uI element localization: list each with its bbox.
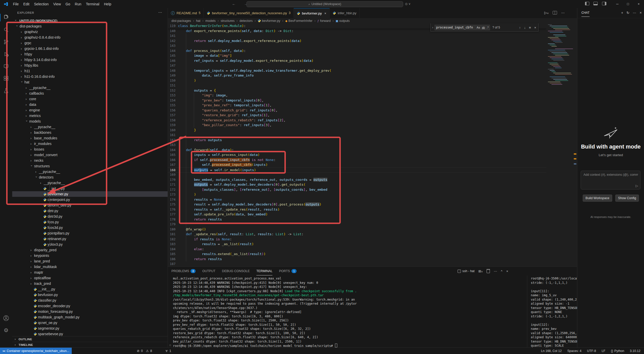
panel-tab-output[interactable]: OUTPUT [202, 267, 215, 275]
tree-folder-backbones[interactable]: ›backbones [12, 130, 168, 135]
status-item-python[interactable]: {}Python [611, 348, 624, 354]
search-icon[interactable] [0, 24, 12, 36]
tab-readme-md[interactable]: iREADME.md5 [168, 8, 204, 18]
tree-folder-grpc[interactable]: ›grpc [12, 40, 168, 46]
tree-folder-h5py-3-14-0-dist-info[interactable]: ›h5py-3.14.0.dist-info [12, 57, 168, 63]
show-config-button[interactable]: Show Config [615, 195, 639, 202]
tree-folder-disparity-pred[interactable]: ›disparity_pred [12, 247, 168, 253]
toggle-sidebar-icon[interactable] [585, 2, 589, 5]
status-item-spaces-4[interactable]: Spaces: 4 [567, 348, 581, 354]
more-actions-icon[interactable]: ⋯ [561, 11, 565, 15]
tree-folder-track-pred[interactable]: ›track_pred [12, 281, 168, 286]
tree-folder-structures[interactable]: ›structures [12, 163, 168, 169]
close-icon[interactable]: × [633, 0, 644, 8]
regex-toggle[interactable]: .* [487, 26, 489, 29]
tree-file-qcnet-oe-py[interactable]: qcnet_oe.py [12, 320, 168, 326]
toggle-replace-icon[interactable]: › [432, 26, 433, 29]
tree-file--init-py[interactable]: __init__.py [12, 286, 168, 292]
menu-terminal[interactable]: Terminal [84, 0, 102, 8]
toggle-secondary-sidebar-icon[interactable] [602, 2, 606, 5]
find-input[interactable]: processed_input_cbfn Aa ab .* [434, 25, 490, 31]
tree-folder-dist-packages[interactable]: ›dist-packages [12, 23, 168, 29]
tree-folder-model-convert[interactable]: ›model_convert [12, 152, 168, 158]
tree-file-segmentor-py[interactable]: segmentor.py [12, 326, 168, 331]
section-timeline[interactable]: ›TIMELINE [12, 342, 168, 347]
status-item-utf-8[interactable]: UTF-8 [587, 348, 596, 354]
tree-folder-base-modules[interactable]: ›base_modules [12, 135, 168, 141]
breadcrumb-item-bevformer-py[interactable]: bevformer.py [258, 19, 280, 23]
tab-infer-hbir-py[interactable]: infer_hbir.py [330, 8, 360, 18]
tree-file-retinanet-py[interactable]: retinanet.py [12, 236, 168, 242]
extensions-icon[interactable] [0, 73, 12, 84]
tree-folder-hat[interactable]: ›hat [12, 79, 168, 85]
tree-file-bevfusion-py[interactable]: bevfusion.py [12, 292, 168, 298]
run-debug-icon[interactable] [0, 48, 12, 60]
tree-folder-losses[interactable]: ›losses [12, 146, 168, 152]
split-editor-icon[interactable] [553, 11, 557, 14]
tree-file-fcos-py[interactable]: fcos.py [12, 219, 168, 225]
explorer-icon[interactable] [0, 12, 12, 23]
new-chat-icon[interactable]: + [621, 11, 623, 15]
tree-folder-h5py[interactable]: ›h5py [12, 51, 168, 57]
tree-folder-data[interactable]: ›data [12, 102, 168, 107]
copilot-badge-icon[interactable]: ◎ ∨ [405, 2, 411, 6]
maximize-icon[interactable]: □ [623, 0, 633, 8]
tree-file--init-py[interactable]: __init__.py [12, 186, 168, 191]
chat-tab[interactable]: CHAT [581, 11, 590, 17]
tree-folder-graphviz-0-8-4-dist-info[interactable]: ›graphviz-0.8.4.dist-info [12, 35, 168, 40]
breadcrumb-item-hat[interactable]: hat [196, 19, 200, 23]
more-actions-icon[interactable]: ⋯ [494, 269, 497, 273]
menu-go[interactable]: Go [63, 0, 72, 8]
status-item-ln-168-col-12[interactable]: Ln 168, Col 12 [541, 348, 562, 354]
tree-file-bevformer-py[interactable]: bevformer.py [12, 191, 168, 197]
tree-file-yolov3-py[interactable]: yolov3.py [12, 242, 168, 247]
find-close-icon[interactable]: × [534, 26, 536, 29]
tree-folder-keypoints[interactable]: ›keypoints [12, 253, 168, 258]
terminal-pane-left[interactable]: mul.activation_post_process.activation_p… [169, 275, 524, 348]
tab-bevformer-tiny-resnet50-detection-nuscenes-py[interactable]: bevformer_tiny_resnet50_detection_nuscen… [204, 8, 294, 18]
menu-selection[interactable]: Selection [32, 0, 51, 8]
panel-tab-terminal[interactable]: TERMINAL [256, 267, 272, 275]
tree-file-motion-forecasting-py[interactable]: motion_forecasting.py [12, 309, 168, 314]
toggle-panel-icon[interactable] [593, 2, 598, 5]
tree-folder-h5py-libs[interactable]: ›h5py.libs [12, 63, 168, 68]
tab-bevformer-py[interactable]: bevformer.py× [294, 8, 330, 18]
tree-folder-models[interactable]: ›models [12, 119, 168, 124]
tree-file-detr3d-py[interactable]: detr3d.py [12, 214, 168, 219]
tree-file-pointpillars-py[interactable]: pointpillars.py [12, 230, 168, 236]
breadcrumb-item-structures[interactable]: structures [221, 19, 235, 23]
tree-folder-lane-pred[interactable]: ›lane_pred [12, 258, 168, 264]
menu-edit[interactable]: Edit [21, 0, 32, 8]
run-python-button[interactable]: ▷∨ [544, 11, 549, 15]
more-icon[interactable]: ⋯ [633, 11, 636, 15]
tree-folder-metrics[interactable]: ›metrics [12, 113, 168, 119]
menu-file[interactable]: File [11, 0, 21, 8]
tree-folder-necks[interactable]: ›necks [12, 158, 168, 163]
split-terminal-icon[interactable]: ⊞∨ [478, 269, 483, 273]
menu-help[interactable]: Help [102, 0, 114, 8]
kill-terminal-icon[interactable] [487, 269, 490, 273]
tree-file-centerpoint-py[interactable]: centerpoint.py [12, 197, 168, 202]
tree-file-classifier-py[interactable]: classifier.py [12, 298, 168, 303]
maximize-panel-icon[interactable]: ^ [501, 269, 502, 273]
overview-ruler[interactable] [573, 23, 577, 267]
tree-file-sparsebevoe-py[interactable]: sparsebevoe.py [12, 331, 168, 337]
find-next-icon[interactable]: ↓ [524, 26, 526, 29]
tree-folder-engine[interactable]: ›engine [12, 107, 168, 113]
tree-folder-h11-0-16-0-dist-info[interactable]: ›h11-0.16.0.dist-info [12, 74, 168, 79]
tab-close-icon[interactable]: × [324, 11, 326, 15]
breadcrumb-item-bevformeririnfer[interactable]: ◆BevFormerIrInfer [285, 19, 313, 23]
tree-file-fcos3d-py[interactable]: fcos3d.py [12, 225, 168, 230]
close-icon[interactable]: × [640, 11, 642, 15]
terminal-profile-label[interactable]: ›ssh - hat [458, 269, 475, 273]
tree-file-detr-py[interactable]: detr.py [12, 208, 168, 214]
section-outline[interactable]: ›OUTLINE [12, 336, 168, 342]
panel-tab-debug-console[interactable]: DEBUG CONSOLE [222, 267, 250, 275]
find-previous-icon[interactable]: ↑ [519, 26, 521, 29]
command-center[interactable]: ⌕Untitled (Workspace) [246, 1, 403, 7]
settings-gear-icon[interactable]: ⚙ [0, 324, 12, 336]
tree-file-encoder-decoder-py[interactable]: encoder_decoder.py [12, 303, 168, 309]
history-icon[interactable]: ↻ [626, 11, 630, 15]
tree-folder--pycache-[interactable]: ›__pycache__ [12, 85, 168, 91]
tree-file-deform-detr-py[interactable]: deform_detr.py [12, 202, 168, 208]
